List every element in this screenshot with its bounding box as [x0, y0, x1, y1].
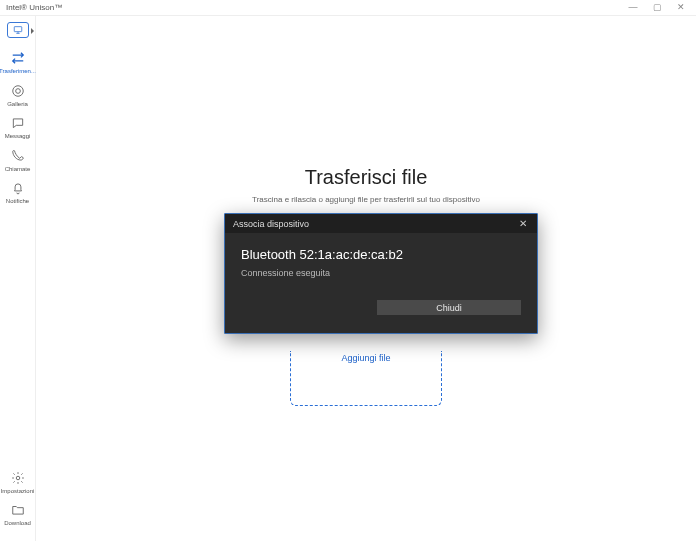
sidebar: Trasferimen... Galleria Messaggi Chiamat…: [0, 16, 36, 541]
titlebar: Intel® Unison™ — ▢ ✕: [0, 0, 696, 16]
phone-icon: [10, 148, 26, 164]
app-window: Intel® Unison™ — ▢ ✕ Trasferimen... Gall: [0, 0, 696, 541]
sidebar-item-label: Download: [4, 520, 31, 527]
sidebar-item-label: Trasferimen...: [0, 68, 36, 75]
bluetooth-device-name: Bluetooth 52:1a:ac:de:ca:b2: [241, 247, 521, 262]
connection-status: Connessione eseguita: [241, 268, 521, 278]
gallery-icon: [10, 83, 26, 99]
device-selector[interactable]: [7, 22, 29, 38]
app-body: Trasferimen... Galleria Messaggi Chiamat…: [0, 16, 696, 541]
sidebar-item-label: Galleria: [7, 101, 28, 108]
minimize-icon[interactable]: —: [628, 3, 638, 13]
main-content: Trasferisci file Trascina e rilascia o a…: [36, 16, 696, 541]
svg-point-2: [15, 88, 20, 93]
maximize-icon[interactable]: ▢: [652, 3, 662, 13]
svg-rect-0: [14, 27, 22, 32]
sidebar-item-label: Notifiche: [6, 198, 29, 205]
sidebar-item-label: Chiamate: [5, 166, 31, 173]
dialog-buttons: Chiudi: [241, 300, 521, 315]
sidebar-item-label: Messaggi: [5, 133, 31, 140]
sidebar-item-notifications[interactable]: Notifiche: [1, 180, 35, 205]
sidebar-item-calls[interactable]: Chiamate: [1, 148, 35, 173]
monitor-icon: [13, 25, 23, 35]
dialog-title: Associa dispositivo: [233, 219, 517, 229]
sidebar-item-label: Impostazioni: [1, 488, 35, 495]
download-folder-icon: [10, 502, 26, 518]
close-window-icon[interactable]: ✕: [676, 3, 686, 13]
window-controls: — ▢ ✕: [628, 3, 690, 13]
pair-device-dialog: Associa dispositivo ✕ Bluetooth 52:1a:ac…: [224, 213, 538, 334]
svg-point-1: [12, 85, 23, 96]
dialog-titlebar: Associa dispositivo ✕: [225, 214, 537, 233]
sidebar-item-transfer[interactable]: Trasferimen...: [1, 50, 35, 75]
gear-icon: [10, 470, 26, 486]
svg-point-3: [16, 476, 20, 480]
sidebar-item-download[interactable]: Download: [1, 502, 35, 527]
close-button[interactable]: Chiudi: [377, 300, 521, 315]
dialog-body: Bluetooth 52:1a:ac:de:ca:b2 Connessione …: [225, 233, 537, 333]
close-icon[interactable]: ✕: [517, 218, 529, 230]
modal-overlay: Associa dispositivo ✕ Bluetooth 52:1a:ac…: [36, 16, 696, 541]
sidebar-item-gallery[interactable]: Galleria: [1, 83, 35, 108]
sidebar-item-messages[interactable]: Messaggi: [1, 115, 35, 140]
sidebar-item-settings[interactable]: Impostazioni: [1, 470, 35, 495]
messages-icon: [10, 115, 26, 131]
window-title: Intel® Unison™: [6, 3, 628, 12]
transfer-icon: [10, 50, 26, 66]
bell-icon: [10, 180, 26, 196]
